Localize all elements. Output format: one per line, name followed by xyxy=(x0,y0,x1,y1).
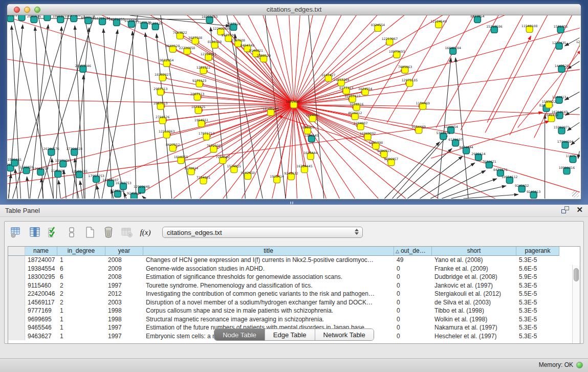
table-cell[interactable]: Changes of HCN gene expression and I(f) … xyxy=(143,256,394,265)
table-cell[interactable]: 14569117 xyxy=(25,298,57,307)
citation-edge xyxy=(294,15,317,105)
table-cell[interactable]: Stergiakouli et al. (2012) xyxy=(432,290,516,298)
table-cell[interactable]: Structural magnetic resonance image aver… xyxy=(143,315,394,324)
table-cell[interactable]: 9115460 xyxy=(25,281,57,290)
table-cell[interactable]: 22420046 xyxy=(25,290,57,298)
table-cell[interactable]: 18300295 xyxy=(25,273,57,281)
table-cell[interactable]: 2003 xyxy=(105,298,143,307)
node-label: 9242450 xyxy=(241,171,255,174)
column-header-year[interactable]: year xyxy=(105,247,143,256)
table-row[interactable]: 1872400712008Changes of HCN gene express… xyxy=(8,256,580,265)
node-label: 9245013 xyxy=(527,190,541,193)
table-cell[interactable]: Wolkin et al. (1998) xyxy=(432,315,516,324)
table-cell[interactable]: 2 xyxy=(57,290,105,298)
table-cell[interactable]: Franke et al. (2009) xyxy=(432,265,516,273)
table-cell[interactable]: 2009 xyxy=(105,265,143,273)
table-cell[interactable]: 2 xyxy=(57,298,105,307)
table-cell[interactable]: 9777169 xyxy=(25,307,57,315)
table-cell[interactable]: 49 xyxy=(394,256,432,265)
table-cell[interactable]: 0 xyxy=(394,273,432,281)
table-cell[interactable]: 6 xyxy=(57,273,105,281)
table-cell[interactable]: 2008 xyxy=(105,256,143,265)
table-cell[interactable]: 5.9E-5 xyxy=(516,273,559,281)
create-column-icon[interactable] xyxy=(82,225,98,240)
table-select-dropdown[interactable]: citations_edges.txt xyxy=(162,227,363,238)
column-header-in_degree[interactable]: in_degree xyxy=(57,247,105,256)
table-cell[interactable]: Yano et al. (2008) xyxy=(432,256,516,265)
function-builder-icon[interactable]: f(x) xyxy=(138,225,153,240)
delete-column-icon[interactable] xyxy=(101,225,116,240)
node-label: 5495798 xyxy=(369,141,383,144)
table-cell[interactable]: 19384554 xyxy=(25,265,57,273)
tab-edge-table[interactable]: Edge Table xyxy=(265,329,315,340)
table-cell[interactable]: 1 xyxy=(57,256,105,265)
table-row[interactable]: 2242004622012Investigating the contribut… xyxy=(8,290,580,298)
table-cell[interactable]: 1 xyxy=(57,307,105,315)
node-label: 2935114 xyxy=(471,152,486,156)
resize-grip[interactable] xyxy=(572,191,579,198)
table-cell[interactable]: 2008 xyxy=(105,273,143,281)
column-header-pagerank[interactable]: pagerank xyxy=(516,247,559,256)
close-panel-icon[interactable]: ✕ xyxy=(576,206,583,213)
table-cell[interactable]: 1998 xyxy=(105,315,143,324)
table-mode-icon[interactable] xyxy=(9,225,24,240)
table-cell[interactable]: 0 xyxy=(394,290,432,298)
table-cell[interactable]: 6 xyxy=(57,265,105,273)
table-cell[interactable]: Genome-wide association studies in ADHD. xyxy=(143,265,394,273)
table-cell[interactable]: Investigating the contribution of common… xyxy=(143,290,394,298)
column-header-short[interactable]: short xyxy=(432,247,516,256)
table-cell[interactable]: 1998 xyxy=(105,307,143,315)
scrollbar-thumb[interactable] xyxy=(574,268,579,281)
table-cell[interactable]: 5.5E-5 xyxy=(516,290,559,298)
table-cell[interactable]: 0 xyxy=(394,315,432,324)
node-label: 15992971 xyxy=(554,125,570,129)
node-label: 12505185 xyxy=(71,169,87,173)
tab-node-table[interactable]: Node Table xyxy=(214,329,265,340)
table-cell[interactable]: 0 xyxy=(394,281,432,290)
table-cell[interactable]: 5.3E-5 xyxy=(516,281,559,290)
table-cell[interactable]: 1 xyxy=(57,315,105,324)
table-cell[interactable]: Tibbo et al. (1998) xyxy=(432,307,516,315)
table-cell[interactable]: 0 xyxy=(394,265,432,273)
table-row[interactable]: 977716911998Corpus callosum shape and si… xyxy=(8,307,580,315)
network-node[interactable] xyxy=(44,15,51,20)
tab-network-table[interactable]: Network Table xyxy=(315,329,374,340)
panel-splitter[interactable] xyxy=(288,201,296,205)
column-header-title[interactable]: title xyxy=(143,247,394,256)
table-cell[interactable]: Estimation of significance thresholds fo… xyxy=(143,273,394,281)
table-cell[interactable]: 9699695 xyxy=(25,315,57,324)
network-window-titlebar[interactable]: citations_edges.txt xyxy=(7,4,581,15)
table-cell[interactable]: 5.3E-5 xyxy=(516,315,559,324)
table-cell[interactable]: de Silva et al. (2003) xyxy=(432,298,516,307)
float-panel-icon[interactable] xyxy=(561,206,569,213)
table-row[interactable]: 911546021997Tourette syndrome. Phenomeno… xyxy=(8,281,580,290)
column-header-name[interactable]: name xyxy=(25,247,57,256)
table-row[interactable]: 1456911722003Disruption of a novel membe… xyxy=(8,298,580,307)
table-cell[interactable]: 18724007 xyxy=(25,256,57,265)
table-cell[interactable]: Tourette syndrome. Phenomenology and cla… xyxy=(143,281,394,290)
column-header-out_de[interactable]: △out_de… xyxy=(394,247,432,256)
table-cell[interactable]: 5.3E-5 xyxy=(516,256,559,265)
select-columns-icon[interactable] xyxy=(46,225,61,240)
table-cell[interactable]: 1997 xyxy=(105,281,143,290)
table-row[interactable]: 969969511998Structural magnetic resonanc… xyxy=(8,315,580,324)
network-node[interactable] xyxy=(18,15,25,20)
table-cell[interactable]: Jankovic et al. (1997) xyxy=(432,281,516,290)
node-label: 11548108 xyxy=(521,24,537,28)
row-options-icon[interactable] xyxy=(64,225,79,240)
table-cell[interactable]: 0 xyxy=(394,298,432,307)
table-cell[interactable]: Dudbridge et al. (2008) xyxy=(432,273,516,281)
network-canvas[interactable]: 2403572208914320914361003532106532371527… xyxy=(7,15,580,199)
table-cell[interactable]: Corpus callosum shape and size in male p… xyxy=(143,307,394,315)
show-columns-icon[interactable] xyxy=(27,225,42,240)
table-cell[interactable]: 0 xyxy=(394,307,432,315)
table-cell[interactable]: 5.3E-5 xyxy=(516,307,559,315)
table-cell[interactable]: 5.6E-5 xyxy=(516,265,559,273)
memory-ok-indicator[interactable] xyxy=(576,362,583,368)
table-row[interactable]: 1830029562008Estimation of significance … xyxy=(8,273,580,281)
table-cell[interactable]: 5.3E-5 xyxy=(516,298,559,307)
table-cell[interactable]: Disruption of a novel member of a sodium… xyxy=(143,298,394,307)
table-cell[interactable]: 2012 xyxy=(105,290,143,298)
table-cell[interactable]: 2 xyxy=(57,281,105,290)
table-row[interactable]: 1938455462009Genome-wide association stu… xyxy=(8,265,580,273)
